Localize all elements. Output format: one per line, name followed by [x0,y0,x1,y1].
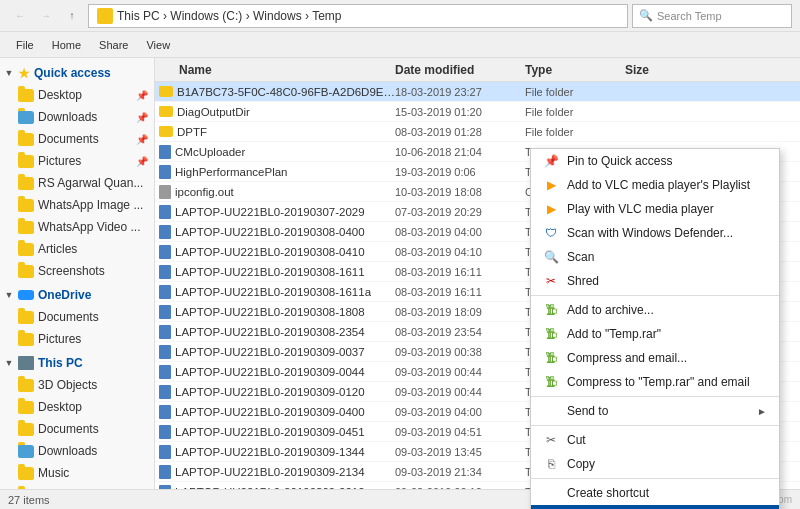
onedrive-section: ▼ OneDrive Documents Pictures [0,284,154,350]
title-bar: ← → ↑ This PC › Windows (C:) › Windows ›… [0,0,800,32]
col-date-header[interactable]: Date modified [395,63,525,77]
file-name: LAPTOP-UU221BL0-20190308-1611a [175,286,371,298]
ctx-add-temp-rar[interactable]: 🗜 Add to "Temp.rar" [531,322,779,346]
file-name-cell: CMcUploader [155,145,395,159]
file-name: LAPTOP-UU221BL0-20190309-0451 [175,426,365,438]
sidebar-item-screenshots[interactable]: Screenshots [0,260,154,282]
sidebar-label-documents: Documents [38,132,99,146]
shred-icon: ✂ [543,273,559,289]
ctx-delete[interactable]: 🗑 Delete [531,505,779,509]
table-row[interactable]: B1A7BC73-5F0C-48C0-96FB-A2D6D9EA4... 18-… [155,82,800,102]
ctx-scan-label: Scan [567,250,767,264]
sidebar-item-desktop[interactable]: Desktop 📌 [0,84,154,106]
sidebar-label-rs: RS Agarwal Quan... [38,176,143,190]
col-type-header[interactable]: Type [525,63,625,77]
ctx-create-shortcut-label: Create shortcut [567,486,767,500]
ctx-shred-label: Shred [567,274,767,288]
back-button[interactable]: ← [8,4,32,28]
send-to-icon [543,403,559,419]
ctx-compress-email[interactable]: 🗜 Compress and email... [531,346,779,370]
ctx-pin[interactable]: 📌 Pin to Quick access [531,149,779,173]
sidebar-item-pictures[interactable]: Pictures 📌 [0,150,154,172]
file-name-cell: LAPTOP-UU221BL0-20190309-1344 [155,445,395,459]
sidebar-label-screenshots: Screenshots [38,264,105,278]
sidebar-item-music[interactable]: Music [0,462,154,484]
ctx-scan[interactable]: 🔍 Scan [531,245,779,269]
col-size-header[interactable]: Size [625,63,705,77]
sidebar-item-od-pictures[interactable]: Pictures [0,328,154,350]
sidebar-item-downloads2[interactable]: Downloads [0,440,154,462]
sidebar-header-quick-access[interactable]: ▼ ★ Quick access [0,62,154,84]
ctx-cut[interactable]: ✂ Cut [531,428,779,452]
onedrive-icon [18,290,34,300]
address-bar[interactable]: This PC › Windows (C:) › Windows › Temp [88,4,628,28]
ctx-add-archive[interactable]: 🗜 Add to archive... [531,298,779,322]
sidebar-item-downloads[interactable]: Downloads 📌 [0,106,154,128]
ctx-vlc-playlist-label: Add to VLC media player's Playlist [567,178,767,192]
ctx-defender[interactable]: 🛡 Scan with Windows Defender... [531,221,779,245]
ctx-compress-temp[interactable]: 🗜 Compress to "Temp.rar" and email [531,370,779,394]
file-tab[interactable]: File [8,34,42,56]
view-tab[interactable]: View [138,34,178,56]
sidebar-item-rs[interactable]: RS Agarwal Quan... [0,172,154,194]
sidebar-item-whatsapp-vid[interactable]: WhatsApp Video ... [0,216,154,238]
folder-icon [159,86,173,97]
sidebar-label-whatsapp-vid: WhatsApp Video ... [38,220,141,234]
table-row[interactable]: DiagOutputDir 15-03-2019 01:20 File fold… [155,102,800,122]
ctx-defender-label: Scan with Windows Defender... [567,226,767,240]
ctx-add-archive-label: Add to archive... [567,303,767,317]
ctx-create-shortcut[interactable]: Create shortcut [531,481,779,505]
forward-button[interactable]: → [34,4,58,28]
sidebar-item-od-documents[interactable]: Documents [0,306,154,328]
quick-access-section: ▼ ★ Quick access Desktop 📌 Downloads 📌 D… [0,62,154,282]
doc-icon [159,325,171,339]
doc-icon [159,385,171,399]
ctx-compress-temp-label: Compress to "Temp.rar" and email [567,375,767,389]
folder-icon [18,177,34,190]
sidebar-item-documents2[interactable]: Documents [0,418,154,440]
sidebar-label-desktop: Desktop [38,88,82,102]
ctx-sep4 [531,478,779,479]
file-type: File folder [525,86,625,98]
ctx-copy[interactable]: ⎘ Copy [531,452,779,476]
sidebar-item-pictures2[interactable]: Pictures [0,484,154,489]
sidebar-item-desktop2[interactable]: Desktop [0,396,154,418]
col-name-header[interactable]: Name [155,63,395,77]
file-name: DPTF [177,126,207,138]
file-name: LAPTOP-UU221BL0-20190309-1344 [175,446,365,458]
copy-icon: ⎘ [543,456,559,472]
folder-icon [18,423,34,436]
sidebar-item-documents[interactable]: Documents 📌 [0,128,154,150]
folder-icon [18,401,34,414]
ctx-vlc-playlist[interactable]: ▶ Add to VLC media player's Playlist [531,173,779,197]
ctx-vlc-play[interactable]: ▶ Play with VLC media player [531,197,779,221]
home-tab[interactable]: Home [44,34,89,56]
file-name: ipconfig.out [175,186,234,198]
sidebar-item-whatsapp-img[interactable]: WhatsApp Image ... [0,194,154,216]
file-name-cell: HighPerformancePlan [155,165,395,179]
file-date: 08-03-2019 01:28 [395,126,525,138]
sidebar-label-downloads: Downloads [38,110,97,124]
sidebar-header-onedrive[interactable]: ▼ OneDrive [0,284,154,306]
folder-icon [18,379,34,392]
folder-icon [18,133,34,146]
sidebar-item-articles[interactable]: Articles [0,238,154,260]
up-button[interactable]: ↑ [60,4,84,28]
sidebar-header-thispc[interactable]: ▼ This PC [0,352,154,374]
table-row[interactable]: DPTF 08-03-2019 01:28 File folder [155,122,800,142]
share-tab[interactable]: Share [91,34,136,56]
ctx-send-to[interactable]: Send to ► [531,399,779,423]
file-date: 09-03-2019 21:34 [395,466,525,478]
vlc-icon: ▶ [543,177,559,193]
file-name: LAPTOP-UU221BL0-20190308-1611 [175,266,365,278]
ctx-send-to-label: Send to [567,404,749,418]
search-box[interactable]: 🔍 Search Temp [632,4,792,28]
folder-icon [18,221,34,234]
doc-icon [159,465,171,479]
sidebar-item-3dobjects[interactable]: 3D Objects [0,374,154,396]
folder-icon [18,311,34,324]
folder-icon [18,445,34,458]
context-menu: 📌 Pin to Quick access ▶ Add to VLC media… [530,148,780,509]
doc-icon [159,145,171,159]
ctx-shred[interactable]: ✂ Shred [531,269,779,293]
